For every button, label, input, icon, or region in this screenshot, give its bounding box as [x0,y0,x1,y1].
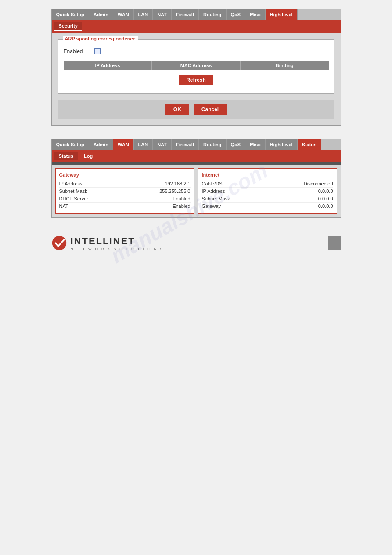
logo-square [328,236,341,250]
arp-enabled-row: Enabled [64,48,329,54]
internet-val-2: 0.0.0.0 [318,196,333,201]
sub-nav-2: Status Log [52,150,341,162]
refresh-button[interactable]: Refresh [179,75,213,85]
internet-key-0: Cable/DSL [202,181,225,186]
gateway-key-0: IP Address [59,181,83,186]
gateway-row-3: NAT Enabled [59,203,191,210]
nav-quick-setup[interactable]: Quick Setup [52,9,89,20]
nav2-firewall[interactable]: Firewall [172,139,199,150]
gateway-box: Gateway IP Address 192.168.2.1 Subnet Ma… [55,168,194,214]
sub-nav-security[interactable]: Security [54,22,82,31]
arp-legend: ARP spoofing correspondence [63,36,138,41]
logo-brand: INTELLINET [71,236,164,247]
arp-enabled-label: Enabled [64,48,90,54]
nav2-routing[interactable]: Routing [199,139,227,150]
gateway-row-0: IP Address 192.168.2.1 [59,180,191,188]
internet-row-0: Cable/DSL Disconnected [202,180,333,188]
nav2-misc[interactable]: Misc [245,139,265,150]
gateway-val-0: 192.168.2.1 [165,181,190,186]
internet-val-1: 0.0.0.0 [318,189,333,194]
internet-val-0: Disconnected [304,181,333,186]
internet-box: Internet Cable/DSL Disconnected IP Addre… [198,168,337,214]
internet-val-3: 0.0.0.0 [318,203,333,209]
internet-key-2: Subnet Mask [202,196,230,201]
nav2-lan[interactable]: LAN [134,139,153,150]
nav2-admin[interactable]: Admin [89,139,113,150]
intellinet-logo-icon [51,235,67,251]
status-content: Gateway IP Address 192.168.2.1 Subnet Ma… [52,165,341,217]
content-area-1: ARP spoofing correspondence Enabled IP A… [52,33,341,125]
nav-nat[interactable]: NAT [153,9,172,20]
sub-nav2-status[interactable]: Status [54,152,78,160]
sub-nav2-log[interactable]: Log [79,152,97,160]
gateway-title: Gateway [59,172,191,178]
gateway-row-1: Subnet Mask 255.255.255.0 [59,188,191,195]
gateway-key-1: Subnet Mask [59,189,87,194]
nav-firewall[interactable]: Firewall [172,9,199,20]
nav-bar-1: Quick Setup Admin WAN LAN NAT Firewall R… [52,9,341,20]
gateway-val-1: 255.255.255.0 [159,189,190,194]
logo-text: INTELLINET N E T W O R K S O L U T I O N… [71,236,164,251]
nav2-nat[interactable]: NAT [153,139,172,150]
gateway-val-2: Enabled [173,196,190,201]
internet-row-3: Gateway 0.0.0.0 [202,203,333,210]
cancel-button[interactable]: Cancel [194,104,227,115]
th-mac-address: MAC Address [152,61,241,70]
nav2-qos[interactable]: QoS [227,139,246,150]
footer-bar-1: OK Cancel [58,100,334,119]
arp-enabled-checkbox[interactable] [94,48,101,54]
internet-title: Internet [202,172,333,178]
nav-high-level[interactable]: High level [266,9,298,20]
nav-wan[interactable]: WAN [113,9,134,20]
logo-area: INTELLINET N E T W O R K S O L U T I O N… [51,235,164,251]
internet-row-2: Subnet Mask 0.0.0.0 [202,195,333,203]
nav-bar-2: Quick Setup Admin WAN LAN NAT Firewall R… [52,139,341,150]
router-panel-1: Quick Setup Admin WAN LAN NAT Firewall R… [51,9,341,126]
router-panel-2: Quick Setup Admin WAN LAN NAT Firewall R… [51,139,341,218]
internet-key-3: Gateway [202,203,221,209]
internet-row-1: IP Address 0.0.0.0 [202,188,333,195]
nav-misc[interactable]: Misc [245,9,265,20]
nav2-quick-setup[interactable]: Quick Setup [52,139,89,150]
ok-button[interactable]: OK [165,104,189,115]
gateway-row-2: DHCP Server Enabled [59,195,191,203]
sub-nav-1: Security [52,20,341,33]
th-ip-address: IP Address [64,61,152,70]
svg-point-0 [52,236,66,250]
nav2-wan[interactable]: WAN [113,139,134,150]
gateway-key-2: DHCP Server [59,196,88,201]
nav-admin[interactable]: Admin [89,9,113,20]
internet-key-1: IP Address [202,189,225,194]
arp-table-header: IP Address MAC Address Binding [64,61,329,70]
nav-qos[interactable]: QoS [227,9,246,20]
nav2-high-level[interactable]: High level [266,139,298,150]
nav-routing[interactable]: Routing [199,9,227,20]
nav2-status[interactable]: Status [298,139,322,150]
nav-lan[interactable]: LAN [134,9,153,20]
gateway-key-3: NAT [59,203,68,209]
logo-bar: INTELLINET N E T W O R K S O L U T I O N… [51,231,341,255]
logo-sub: N E T W O R K S O L U T I O N S [71,247,164,251]
gateway-val-3: Enabled [173,203,190,209]
arp-box: ARP spoofing correspondence Enabled IP A… [58,39,334,94]
th-binding: Binding [241,61,329,70]
